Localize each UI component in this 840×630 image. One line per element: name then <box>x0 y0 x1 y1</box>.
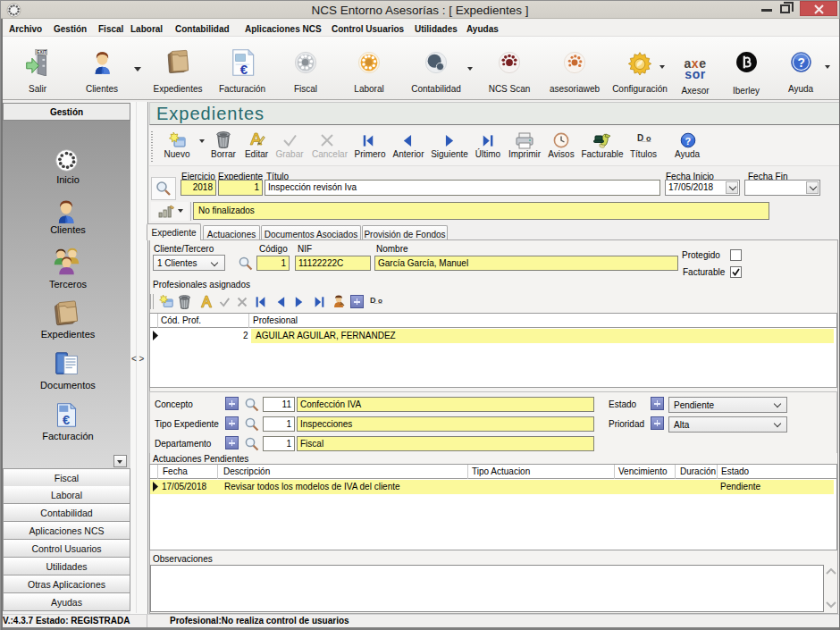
svg-text:?: ? <box>685 136 692 147</box>
svg-text:?: ? <box>798 56 805 70</box>
svg-text:EXIT: EXIT <box>37 50 46 55</box>
svg-text:€: € <box>62 413 69 427</box>
svg-text:€: € <box>239 62 248 76</box>
